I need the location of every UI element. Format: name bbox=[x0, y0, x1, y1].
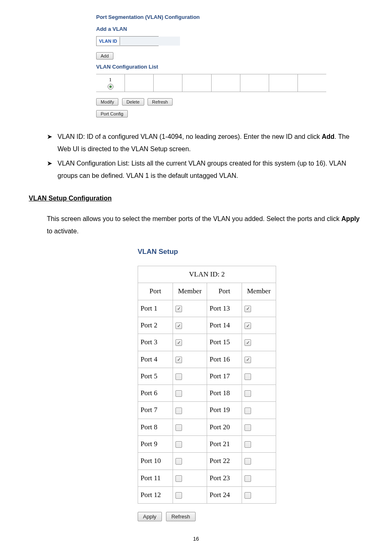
checkbox-unchecked-icon[interactable] bbox=[244, 373, 251, 380]
port-label: Port 14 bbox=[207, 317, 242, 334]
panel-title: Port Segmentation (VLAN) Configuration bbox=[96, 14, 363, 20]
port-label: Port 24 bbox=[207, 486, 242, 503]
vlan-list-entry bbox=[125, 74, 154, 92]
hdr-port-left: Port bbox=[138, 283, 173, 300]
port-label: Port 18 bbox=[207, 385, 242, 402]
checkbox-unchecked-icon[interactable] bbox=[175, 408, 182, 414]
member-cell bbox=[173, 385, 207, 402]
vlan-id-row: VLAN ID: 2 bbox=[138, 266, 276, 283]
vlan-id-label: VLAN ID bbox=[97, 37, 120, 45]
checkbox-checked-icon[interactable]: ✓ bbox=[244, 306, 251, 312]
member-cell bbox=[242, 368, 276, 385]
vlan-config-panel: Port Segmentation (VLAN) Configuration A… bbox=[96, 14, 363, 117]
vlan-setup-panel: VLAN Setup VLAN ID: 2 Port Member Port M… bbox=[138, 245, 363, 523]
table-row: Port 5Port 17 bbox=[138, 368, 276, 385]
member-cell bbox=[242, 486, 276, 503]
member-cell: ✓ bbox=[173, 300, 207, 317]
port-label: Port 2 bbox=[138, 317, 173, 334]
port-label: Port 11 bbox=[138, 470, 173, 486]
checkbox-checked-icon[interactable]: ✓ bbox=[244, 357, 251, 363]
setup-paragraph: This screen allows you to select the mem… bbox=[47, 213, 363, 238]
add-vlan-heading: Add a VLAN bbox=[96, 26, 363, 32]
checkbox-checked-icon[interactable]: ✓ bbox=[244, 322, 251, 329]
checkbox-unchecked-icon[interactable] bbox=[244, 408, 251, 414]
port-label: Port 23 bbox=[207, 470, 242, 486]
checkbox-unchecked-icon[interactable] bbox=[244, 458, 251, 465]
vlan-list-grid: 1 bbox=[96, 74, 326, 92]
checkbox-checked-icon[interactable]: ✓ bbox=[244, 339, 251, 346]
member-cell bbox=[173, 453, 207, 470]
vlan-id-field-wrap: VLAN ID bbox=[96, 36, 159, 46]
setup-button-row: Apply Refresh bbox=[138, 510, 363, 523]
modify-button[interactable]: Modify bbox=[96, 98, 118, 106]
checkbox-unchecked-icon[interactable] bbox=[175, 458, 182, 465]
table-row: Port 7Port 19 bbox=[138, 402, 276, 419]
add-button[interactable]: Add bbox=[96, 52, 113, 60]
port-label: Port 6 bbox=[138, 385, 173, 402]
radio-icon[interactable] bbox=[108, 84, 113, 90]
member-cell: ✓ bbox=[242, 351, 276, 368]
hdr-member-right: Member bbox=[242, 283, 276, 300]
port-label: Port 16 bbox=[207, 351, 242, 368]
checkbox-unchecked-icon[interactable] bbox=[244, 475, 251, 482]
member-cell: ✓ bbox=[242, 300, 276, 317]
port-label: Port 15 bbox=[207, 334, 242, 351]
port-label: Port 17 bbox=[207, 368, 242, 385]
port-label: Port 1 bbox=[138, 300, 173, 317]
table-row: Port 8Port 20 bbox=[138, 419, 276, 435]
table-row: Port 11Port 23 bbox=[138, 470, 276, 486]
section-heading: VLAN Setup Configuration bbox=[29, 192, 363, 205]
checkbox-checked-icon[interactable]: ✓ bbox=[175, 357, 182, 363]
table-row: Port 10Port 22 bbox=[138, 453, 276, 470]
member-cell bbox=[242, 470, 276, 486]
bullet-1-bold: Add bbox=[322, 133, 334, 140]
checkbox-unchecked-icon[interactable] bbox=[175, 390, 182, 397]
member-cell bbox=[242, 402, 276, 419]
setup-para-bold: Apply bbox=[341, 215, 360, 222]
setup-para-b: to activate. bbox=[47, 228, 78, 235]
checkbox-unchecked-icon[interactable] bbox=[175, 492, 182, 499]
port-label: Port 3 bbox=[138, 334, 173, 351]
table-row: Port 3✓Port 15✓ bbox=[138, 334, 276, 351]
member-cell bbox=[242, 436, 276, 453]
checkbox-unchecked-icon[interactable] bbox=[175, 373, 182, 380]
member-cell bbox=[173, 486, 207, 503]
checkbox-checked-icon[interactable]: ✓ bbox=[175, 322, 182, 329]
checkbox-unchecked-icon[interactable] bbox=[175, 441, 182, 448]
bullet-1: ➤ VLAN ID: ID of a configured VLAN (1-40… bbox=[47, 131, 363, 156]
bullet-icon: ➤ bbox=[47, 131, 58, 156]
vlan-list-entry-1[interactable]: 1 bbox=[96, 74, 125, 92]
port-config-button[interactable]: Port Config bbox=[96, 110, 128, 117]
member-cell bbox=[173, 436, 207, 453]
port-label: Port 8 bbox=[138, 419, 173, 435]
table-row: Port 1✓Port 13✓ bbox=[138, 300, 276, 317]
checkbox-checked-icon[interactable]: ✓ bbox=[175, 306, 182, 312]
apply-button[interactable]: Apply bbox=[138, 512, 162, 521]
member-cell bbox=[242, 385, 276, 402]
port-label: Port 7 bbox=[138, 402, 173, 419]
checkbox-unchecked-icon[interactable] bbox=[244, 390, 251, 397]
checkbox-unchecked-icon[interactable] bbox=[175, 424, 182, 431]
checkbox-unchecked-icon[interactable] bbox=[175, 475, 182, 482]
delete-button[interactable]: Delete bbox=[122, 98, 144, 106]
hdr-member-left: Member bbox=[173, 283, 207, 300]
port-label: Port 21 bbox=[207, 436, 242, 453]
port-label: Port 13 bbox=[207, 300, 242, 317]
port-label: Port 5 bbox=[138, 368, 173, 385]
table-row: Port 9Port 21 bbox=[138, 436, 276, 453]
bullet-icon: ➤ bbox=[47, 157, 58, 182]
checkbox-checked-icon[interactable]: ✓ bbox=[175, 339, 182, 346]
member-cell bbox=[173, 419, 207, 435]
checkbox-unchecked-icon[interactable] bbox=[244, 492, 251, 499]
checkbox-unchecked-icon[interactable] bbox=[244, 424, 251, 431]
vlan-setup-title: VLAN Setup bbox=[138, 245, 363, 258]
member-cell: ✓ bbox=[173, 317, 207, 334]
vlan-id-input[interactable] bbox=[120, 37, 180, 46]
vlan-list-entry-1-label: 1 bbox=[109, 76, 112, 83]
refresh-button[interactable]: Refresh bbox=[148, 98, 173, 106]
refresh-button[interactable]: Refresh bbox=[166, 512, 196, 521]
checkbox-unchecked-icon[interactable] bbox=[244, 441, 251, 448]
bullet-1-text-a: VLAN ID: ID of a configured VLAN (1-4094… bbox=[58, 133, 322, 140]
vlan-list-entry bbox=[182, 74, 211, 92]
vlan-list-entry bbox=[298, 74, 326, 92]
